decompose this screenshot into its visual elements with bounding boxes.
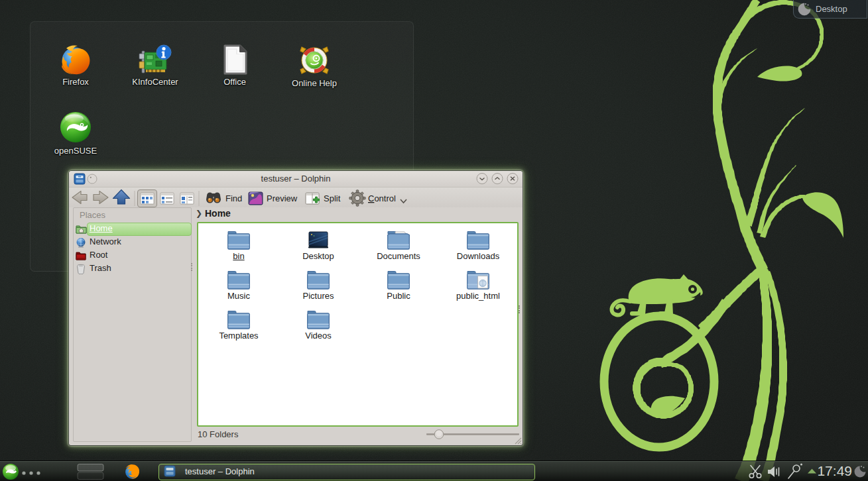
- svg-text:Find: Find: [225, 193, 242, 203]
- svg-text:Control: Control: [368, 193, 396, 203]
- svg-text:Preview: Preview: [267, 193, 298, 203]
- svg-text:Split: Split: [324, 193, 341, 203]
